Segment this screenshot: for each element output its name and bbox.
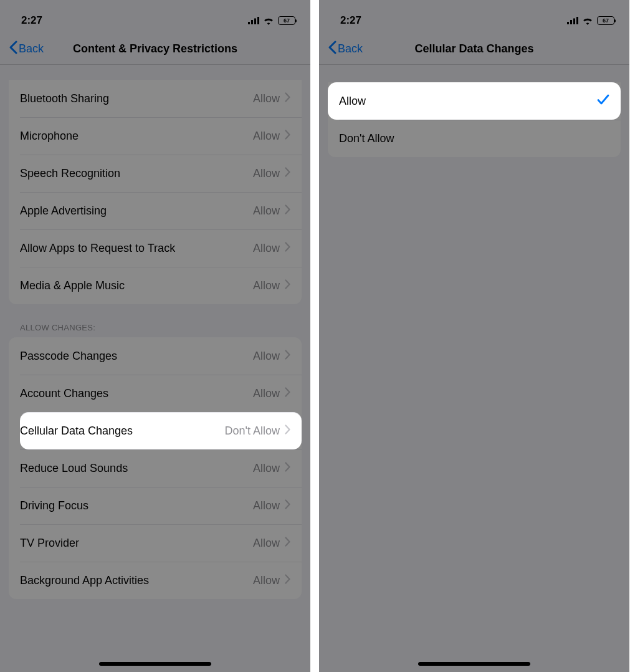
nav-bar: Back Content & Privacy Restrictions (0, 34, 310, 65)
options-list[interactable]: AllowDon't Allow (319, 82, 629, 176)
option-row[interactable]: Don't Allow (339, 120, 621, 157)
row-label: Account Changes (20, 387, 108, 400)
row-value-container (597, 94, 609, 108)
chevron-right-icon (285, 425, 290, 438)
page-title: Cellular Data Changes (319, 42, 629, 55)
row-value: Allow (253, 204, 280, 218)
svg-rect-6 (573, 19, 575, 25)
section-header-allow-changes: ALLOW CHANGES: (9, 304, 302, 337)
settings-row[interactable]: Cellular Data ChangesDon't Allow (20, 412, 302, 449)
row-value: Allow (253, 92, 280, 105)
settings-row[interactable]: Passcode ChangesAllow (9, 337, 302, 375)
row-value: Allow (253, 537, 280, 550)
chevron-right-icon (285, 279, 290, 292)
chevron-right-icon (285, 350, 290, 363)
home-indicator[interactable] (418, 662, 530, 666)
status-time: 2:27 (21, 14, 42, 27)
status-bar: 2:27 67 (319, 0, 629, 34)
svg-rect-0 (248, 22, 250, 24)
status-icons: 67 (248, 16, 295, 25)
row-value-container: Allow (253, 350, 290, 363)
svg-rect-1 (251, 20, 253, 24)
option-row[interactable]: Allow (328, 82, 621, 120)
chevron-right-icon (285, 92, 290, 105)
row-value-container: Allow (253, 462, 290, 475)
row-value: Allow (253, 279, 280, 292)
row-value: Allow (253, 242, 280, 255)
row-value-container: Allow (253, 130, 290, 143)
row-label: Background App Activities (20, 574, 149, 587)
chevron-left-icon (328, 41, 336, 57)
checkmark-icon (597, 94, 609, 108)
settings-row[interactable]: Speech RecognitionAllow (20, 155, 302, 192)
wifi-icon (582, 17, 593, 25)
home-indicator[interactable] (99, 662, 211, 666)
row-value: Allow (253, 387, 280, 400)
row-label: Allow (339, 95, 366, 108)
status-bar: 2:27 67 (0, 0, 310, 34)
settings-row[interactable]: Driving FocusAllow (20, 487, 302, 524)
row-label: Speech Recognition (20, 167, 120, 180)
row-label: Cellular Data Changes (20, 425, 133, 438)
chevron-right-icon (285, 204, 290, 218)
row-value: Allow (253, 167, 280, 180)
row-value: Don't Allow (225, 425, 280, 438)
settings-row[interactable]: MicrophoneAllow (20, 117, 302, 155)
wifi-icon (263, 17, 274, 25)
cellular-signal-icon (248, 17, 259, 24)
row-label: Bluetooth Sharing (20, 92, 109, 105)
svg-rect-5 (570, 20, 572, 24)
svg-rect-2 (254, 19, 256, 25)
settings-row[interactable]: Allow Apps to Request to TrackAllow (20, 229, 302, 267)
settings-row[interactable]: Reduce Loud SoundsAllow (20, 449, 302, 487)
row-label: Microphone (20, 130, 79, 143)
svg-rect-3 (257, 17, 259, 24)
back-button[interactable]: Back (328, 41, 363, 57)
row-value-container: Don't Allow (225, 425, 290, 438)
options-group: AllowDon't Allow (328, 82, 621, 157)
page-title: Content & Privacy Restrictions (0, 42, 310, 55)
battery-level: 67 (603, 17, 609, 24)
chevron-right-icon (285, 574, 290, 587)
row-label: Apple Advertising (20, 204, 107, 218)
status-icons: 67 (567, 16, 614, 25)
settings-row[interactable]: Background App ActivitiesAllow (20, 562, 302, 599)
settings-group-privacy: Bluetooth SharingAllowMicrophoneAllowSpe… (9, 80, 302, 304)
row-value-container: Allow (253, 242, 290, 255)
chevron-right-icon (285, 167, 290, 180)
settings-group-allow-changes: Passcode ChangesAllowAccount ChangesAllo… (9, 337, 302, 599)
status-time: 2:27 (340, 14, 361, 27)
back-label: Back (338, 42, 363, 55)
back-button[interactable]: Back (9, 41, 44, 57)
row-value: Allow (253, 130, 280, 143)
chevron-right-icon (285, 462, 290, 475)
row-value-container: Allow (253, 387, 290, 400)
settings-row[interactable]: Media & Apple MusicAllow (20, 267, 302, 304)
settings-list[interactable]: Bluetooth SharingAllowMicrophoneAllowSpe… (0, 80, 310, 618)
chevron-right-icon (285, 499, 290, 512)
cellular-signal-icon (567, 17, 578, 24)
row-value-container: Allow (253, 537, 290, 550)
row-value-container: Allow (253, 204, 290, 218)
settings-row[interactable]: Apple AdvertisingAllow (20, 192, 302, 229)
phone-right: 2:27 67 Back Cellular Data Changes Allow… (319, 0, 629, 672)
row-value-container: Allow (253, 92, 290, 105)
svg-rect-7 (576, 17, 578, 24)
battery-icon: 67 (278, 16, 295, 25)
settings-row[interactable]: Bluetooth SharingAllow (9, 80, 302, 117)
row-value-container: Allow (253, 167, 290, 180)
row-label: Don't Allow (339, 132, 394, 145)
chevron-right-icon (285, 130, 290, 143)
settings-row[interactable]: TV ProviderAllow (20, 524, 302, 562)
row-label: Media & Apple Music (20, 279, 125, 292)
battery-level: 67 (284, 17, 290, 24)
row-value-container: Allow (253, 499, 290, 512)
row-label: Allow Apps to Request to Track (20, 242, 175, 255)
row-value-container: Allow (253, 279, 290, 292)
row-label: TV Provider (20, 537, 79, 550)
battery-icon: 67 (597, 16, 614, 25)
settings-row[interactable]: Account ChangesAllow (20, 375, 302, 412)
row-value-container: Allow (253, 574, 290, 587)
row-value: Allow (253, 462, 280, 475)
chevron-right-icon (285, 242, 290, 255)
